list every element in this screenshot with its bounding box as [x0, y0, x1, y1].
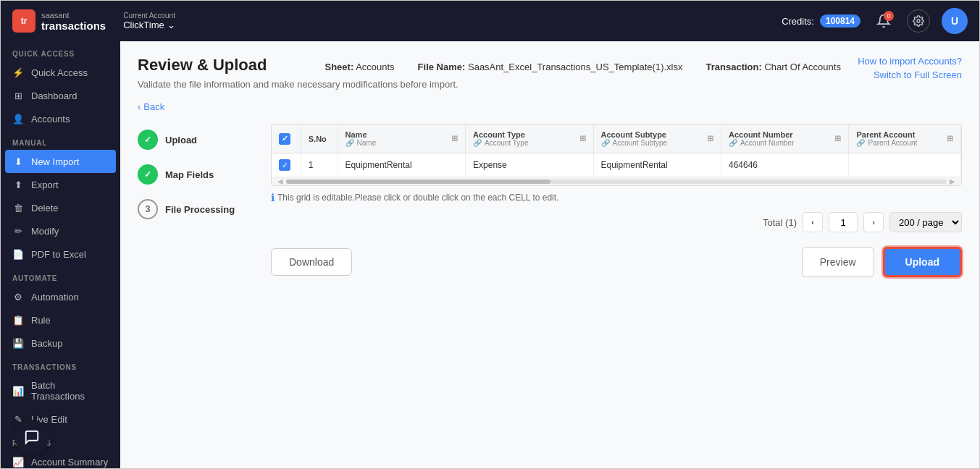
- modify-icon: ✏: [12, 225, 24, 237]
- account-number-filter-icon[interactable]: ⊞: [834, 134, 841, 143]
- total-count: Total (1): [763, 217, 797, 228]
- how-to-import-link[interactable]: How to import Accounts?: [858, 56, 962, 67]
- next-page-button[interactable]: ›: [863, 212, 884, 232]
- batch-icon: 📊: [12, 385, 24, 397]
- step-file-processing: 3 File Processing: [138, 199, 254, 219]
- filename-info: File Name: SaasAnt_Excel_Transactions_US…: [418, 62, 683, 72]
- scroll-track[interactable]: [286, 179, 947, 184]
- header-top: Review & Upload Sheet: Accounts File Nam…: [138, 56, 841, 75]
- sidebar-item-dashboard[interactable]: ⊞ Dashboard: [1, 84, 120, 107]
- sidebar-item-rule[interactable]: 📋 Rule: [1, 308, 120, 331]
- scroll-right-arrow[interactable]: ▶: [950, 177, 955, 185]
- upload-button[interactable]: Upload: [883, 247, 962, 277]
- download-button[interactable]: Download: [271, 248, 352, 276]
- accounts-icon: 👤: [12, 113, 24, 124]
- account-selector[interactable]: ClickTime ⌄: [123, 20, 175, 30]
- parent-account-filter-icon[interactable]: ⊞: [947, 134, 953, 143]
- col-header-account-type: Account Type 🔗Account Type ⊞: [466, 124, 593, 153]
- account-subtype-filter-icon[interactable]: ⊞: [707, 134, 713, 143]
- user-avatar[interactable]: U: [942, 8, 968, 34]
- col-header-name: Name 🔗Name ⊞: [338, 124, 465, 153]
- row-checkbox[interactable]: ✓: [279, 159, 290, 171]
- transaction-info: Transaction: Chart Of Accounts: [705, 62, 840, 72]
- back-button[interactable]: ‹ Back: [138, 101, 962, 112]
- svg-point-0: [917, 20, 920, 22]
- logo-text: saasant transactions: [41, 11, 106, 32]
- content-layout: ✓ Upload ✓ Map Fields 3 File Processing: [138, 124, 962, 277]
- row-parent-account[interactable]: [849, 153, 961, 177]
- account-label: Current Account: [123, 12, 175, 20]
- settings-button[interactable]: [907, 9, 930, 33]
- scroll-bar-area[interactable]: ◀ ▶: [272, 177, 961, 185]
- delete-icon: 🗑: [12, 202, 24, 214]
- dashboard-icon: ⊞: [12, 90, 24, 101]
- chat-bubble-button[interactable]: [14, 420, 49, 455]
- sidebar-item-new-import[interactable]: ⬇ New Import: [5, 150, 116, 173]
- section-automate: AUTOMATE: [1, 266, 120, 285]
- data-grid: ✓ S.No: [271, 124, 962, 186]
- pdf-icon: 📄: [12, 248, 24, 260]
- sidebar-item-quick-access[interactable]: ⚡ Quick Access: [1, 61, 120, 84]
- right-buttons: Preview Upload: [802, 247, 962, 277]
- step-map-fields: ✓ Map Fields: [138, 164, 254, 185]
- sidebar-item-batch-transactions[interactable]: 📊 Batch Transactions: [1, 374, 120, 407]
- col-header-sno: S.No: [301, 124, 338, 153]
- sheet-info: Sheet: Accounts: [324, 62, 394, 72]
- prev-page-button[interactable]: ‹: [803, 212, 823, 232]
- select-all-checkbox[interactable]: ✓: [279, 133, 290, 145]
- preview-button[interactable]: Preview: [802, 247, 874, 277]
- sidebar-item-export[interactable]: ⬆ Export: [1, 173, 120, 196]
- content-area: Review & Upload Sheet: Accounts File Nam…: [120, 41, 979, 468]
- row-account-type[interactable]: Expense: [466, 153, 593, 177]
- per-page-select[interactable]: 200 / page: [889, 212, 962, 232]
- sidebar-item-modify[interactable]: ✏ Modify: [1, 219, 120, 242]
- row-account-number[interactable]: 464646: [721, 153, 849, 177]
- row-check[interactable]: ✓: [272, 153, 301, 177]
- export-icon: ⬆: [12, 179, 24, 190]
- scroll-thumb: [286, 179, 550, 184]
- steps-panel: ✓ Upload ✓ Map Fields 3 File Processing: [138, 124, 254, 277]
- grid-panel: ✓ S.No: [271, 124, 962, 277]
- col-header-account-number: Account Number 🔗Account Number ⊞: [721, 124, 849, 153]
- step-label-map-fields: Map Fields: [165, 169, 214, 180]
- header-links: How to import Accounts? Switch to Full S…: [858, 56, 962, 80]
- logo-icon: tr: [12, 9, 35, 33]
- page-number-input[interactable]: [829, 212, 858, 232]
- col-header-parent-account: Parent Account 🔗Parent Account ⊞: [849, 124, 961, 153]
- top-right-area: Credits: 100814 0 U: [782, 8, 968, 34]
- header-row: Review & Upload Sheet: Accounts File Nam…: [138, 56, 962, 98]
- page-title: Review & Upload: [138, 56, 267, 75]
- notification-dot: 0: [884, 11, 894, 21]
- row-sno: 1: [301, 153, 338, 177]
- quick-access-icon: ⚡: [12, 67, 24, 78]
- sidebar-item-account-summary[interactable]: 📈 Account Summary: [1, 450, 120, 468]
- pagination-row: Total (1) ‹ › 200 / page: [271, 212, 962, 232]
- grid-note: ℹ This grid is editable.Please click or …: [271, 192, 962, 203]
- table-header-row: ✓ S.No: [272, 124, 961, 153]
- row-account-subtype[interactable]: EquipmentRental: [593, 153, 721, 177]
- step-circle-upload: ✓: [138, 130, 158, 150]
- scroll-left-arrow[interactable]: ◀: [277, 177, 283, 185]
- rule-icon: 📋: [12, 314, 24, 326]
- page-header: Review & Upload Sheet: Accounts File Nam…: [138, 56, 962, 112]
- notifications-button[interactable]: 0: [872, 9, 895, 33]
- logo-trans: transactions: [41, 20, 106, 32]
- data-table: ✓ S.No: [272, 124, 961, 177]
- backup-icon: 💾: [12, 337, 24, 349]
- fullscreen-link[interactable]: Switch to Full Screen: [874, 69, 962, 80]
- action-row: Download Preview Upload: [271, 247, 962, 277]
- sidebar-item-pdf-to-excel[interactable]: 📄 PDF to Excel: [1, 242, 120, 266]
- section-manual: MANUAL: [1, 130, 120, 150]
- header-left: Review & Upload Sheet: Accounts File Nam…: [138, 56, 841, 98]
- account-type-filter-icon[interactable]: ⊞: [579, 134, 586, 143]
- sidebar-item-delete[interactable]: 🗑 Delete: [1, 196, 120, 219]
- credits-badge: 100814: [820, 14, 860, 28]
- sidebar-item-accounts[interactable]: 👤 Accounts: [1, 107, 120, 130]
- step-label-file-processing: File Processing: [165, 204, 235, 215]
- sidebar-item-backup[interactable]: 💾 Backup: [1, 331, 120, 355]
- sidebar: QUICK ACCESS ⚡ Quick Access ⊞ Dashboard …: [1, 41, 120, 468]
- sidebar-item-automation[interactable]: ⚙ Automation: [1, 285, 120, 308]
- name-filter-icon[interactable]: ⊞: [451, 134, 458, 143]
- row-name[interactable]: EquipmentRental: [338, 153, 465, 177]
- summary-icon: 📈: [12, 456, 24, 468]
